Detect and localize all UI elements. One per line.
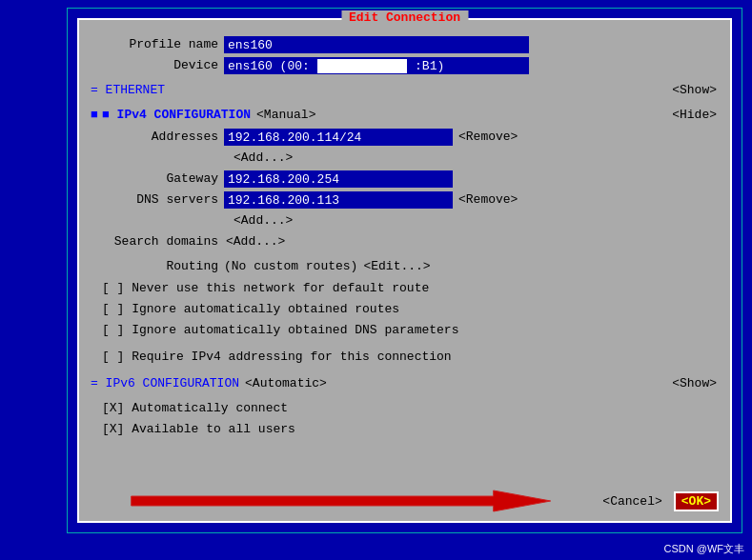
profile-name-label: Profile name xyxy=(91,35,224,54)
addresses-add-row: <Add...> xyxy=(232,149,719,168)
available-text[interactable]: [X] Available to all users xyxy=(102,420,295,439)
never-use-text[interactable]: [ ] Never use this network for default r… xyxy=(102,279,429,298)
ignore-dns-row: [ ] Ignore automatically obtained DNS pa… xyxy=(102,321,719,340)
search-domains-label: Search domains xyxy=(91,232,224,251)
dns-add-row: <Add...> xyxy=(232,211,719,230)
addresses-label: Addresses xyxy=(91,128,224,147)
routing-edit-btn[interactable]: <Edit...> xyxy=(361,257,432,276)
red-arrow-icon xyxy=(91,489,591,513)
ethernet-section: = ETHERNET <Show> xyxy=(91,81,719,100)
auto-connect-row: [X] Automatically connect xyxy=(102,399,719,418)
gateway-row: Gateway 192.168.200.254 xyxy=(91,170,719,189)
ipv6-show-btn[interactable]: <Show> xyxy=(670,374,719,393)
gateway-input[interactable]: 192.168.200.254 xyxy=(224,170,453,188)
dns-add-btn[interactable]: <Add...> xyxy=(232,213,295,228)
dns-input[interactable]: 192.168.200.113 xyxy=(224,191,453,209)
cancel-button[interactable]: <Cancel> xyxy=(597,493,667,510)
addresses-input[interactable]: 192.168.200.114/24 xyxy=(224,129,453,146)
watermark: CSDN @WF文丰 xyxy=(664,542,745,556)
device-input[interactable]: ens160 (00: :B1) xyxy=(224,57,529,74)
routing-label: Routing xyxy=(91,257,224,276)
never-use-row: [ ] Never use this network for default r… xyxy=(102,279,719,298)
ipv4-hide-btn[interactable]: <Hide> xyxy=(670,106,719,125)
auto-connect-text[interactable]: [X] Automatically connect xyxy=(102,399,288,418)
addresses-remove-btn[interactable]: <Remove> xyxy=(457,128,519,147)
search-add-btn[interactable]: <Add...> xyxy=(224,232,287,251)
dialog-title: Edit Connection xyxy=(341,10,468,25)
ipv6-header: = IPv6 CONFIGURATION <Automatic> <Show> xyxy=(91,374,719,393)
search-domains-row: Search domains <Add...> xyxy=(91,232,719,251)
routing-row: Routing (No custom routes) <Edit...> xyxy=(91,257,719,276)
ignore-routes-row: [ ] Ignore automatically obtained routes xyxy=(102,300,719,319)
available-row: [X] Available to all users xyxy=(102,420,719,439)
outer-container: Edit Connection Profile name ens160 Devi… xyxy=(67,8,742,533)
svg-marker-0 xyxy=(132,490,551,511)
profile-name-input[interactable]: ens160 xyxy=(224,36,529,53)
gateway-label: Gateway xyxy=(91,170,224,189)
profile-name-row: Profile name ens160 xyxy=(91,35,719,54)
device-value-prefix: ens160 (00: xyxy=(228,59,310,73)
ethernet-show-btn[interactable]: <Show> xyxy=(670,81,719,100)
ipv6-label: = IPv6 CONFIGURATION xyxy=(91,374,243,393)
ethernet-label: = ETHERNET xyxy=(91,81,165,100)
require-ipv4-row: [ ] Require IPv4 addressing for this con… xyxy=(102,348,719,367)
ipv4-label: ■ IPv4 CONFIGURATION xyxy=(102,106,254,125)
dialog-content: Profile name ens160 Device ens160 (00: :… xyxy=(79,20,730,450)
dns-row: DNS servers 192.168.200.113 <Remove> xyxy=(91,190,719,210)
ignore-routes-text[interactable]: [ ] Ignore automatically obtained routes xyxy=(102,300,399,319)
device-value-suffix: :B1) xyxy=(415,59,444,73)
ipv4-header: ■ ■ IPv4 CONFIGURATION <Manual> <Hide> xyxy=(91,106,719,125)
addresses-row: Addresses 192.168.200.114/24 <Remove> xyxy=(91,128,719,147)
ok-button[interactable]: <OK> xyxy=(674,491,719,511)
ipv6-mode[interactable]: <Automatic> xyxy=(243,374,329,393)
device-mac-hidden xyxy=(317,59,408,73)
device-row: Device ens160 (00: :B1) xyxy=(91,56,719,75)
dns-label: DNS servers xyxy=(91,190,224,210)
bottom-bar: <Cancel> <OK> xyxy=(79,489,730,513)
addresses-add-btn[interactable]: <Add...> xyxy=(232,150,295,165)
ipv4-mode[interactable]: <Manual> xyxy=(254,106,317,125)
device-label: Device xyxy=(91,56,224,75)
require-ipv4-text[interactable]: [ ] Require IPv4 addressing for this con… xyxy=(102,348,452,367)
dialog: Edit Connection Profile name ens160 Devi… xyxy=(77,18,732,523)
ignore-dns-text[interactable]: [ ] Ignore automatically obtained DNS pa… xyxy=(102,321,458,340)
routing-value: (No custom routes) xyxy=(224,257,357,276)
dns-remove-btn[interactable]: <Remove> xyxy=(457,190,519,210)
